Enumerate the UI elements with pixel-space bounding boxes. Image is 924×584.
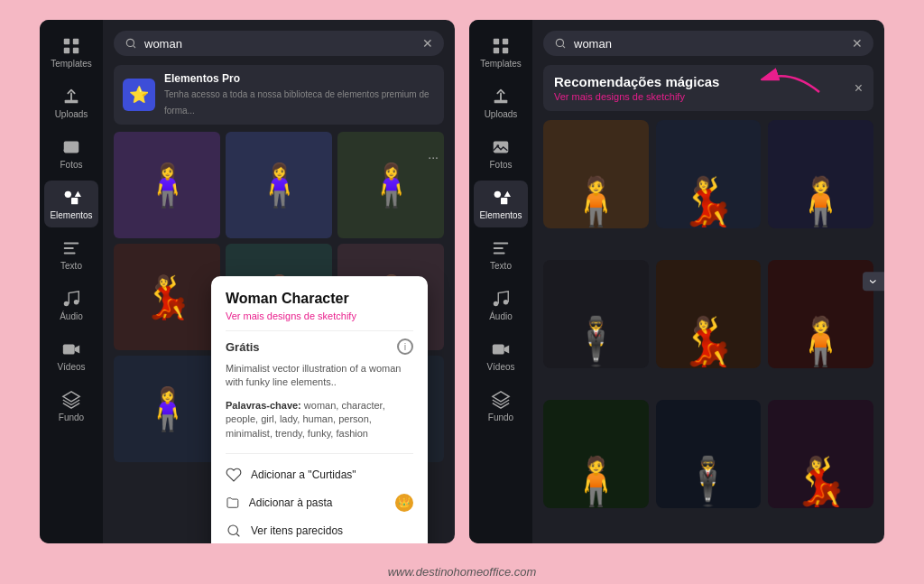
magic-box-header: Recomendações mágicas Ver mais designs d… — [554, 74, 863, 102]
popup-info-icon[interactable]: i — [397, 338, 413, 355]
sidebar-label-uploads: Uploads — [55, 109, 88, 119]
char-cell-3[interactable]: 🧍 — [768, 120, 873, 228]
elements-pro-text: Elementos Pro Tenha acesso a toda a noss… — [164, 72, 435, 117]
popup-action-curtidas-label: Adicionar a "Curtidas" — [251, 468, 356, 481]
more-options-icon[interactable]: ··· — [428, 150, 439, 164]
svg-rect-8 — [71, 198, 78, 204]
right-panel: Templates Uploads Fotos Elementos Texto … — [469, 20, 884, 543]
char-cell-6[interactable]: 🧍 — [768, 260, 873, 368]
sidebar-label-audio: Áudio — [60, 311, 83, 321]
grid-cell-2[interactable]: 🧍‍♀️ — [226, 132, 332, 238]
char-cell-2[interactable]: 💃 — [656, 120, 762, 228]
svg-point-11 — [74, 300, 79, 305]
sidebar-item-fotos[interactable]: Fotos — [44, 130, 98, 177]
sidebar-item-audio[interactable]: Áudio — [44, 282, 98, 329]
right-sidebar-item-texto[interactable]: Texto — [474, 231, 528, 278]
popup-divider-1 — [226, 330, 413, 331]
elements-pro-banner[interactable]: ⭐ Elementos Pro Tenha acesso a toda a no… — [114, 65, 444, 125]
music-icon — [61, 289, 81, 309]
search-icon — [125, 37, 137, 50]
svg-rect-23 — [501, 198, 507, 204]
magic-box-title: Recomendações mágicas — [554, 74, 719, 89]
crown-badge: 👑 — [395, 494, 413, 512]
svg-rect-3 — [73, 48, 79, 53]
grid-cell-1[interactable]: 🧍‍♀️ — [114, 132, 220, 238]
svg-marker-9 — [75, 191, 81, 197]
video-icon — [61, 339, 81, 359]
svg-marker-24 — [504, 191, 511, 197]
svg-rect-17 — [494, 48, 499, 53]
popup-action-curtidas[interactable]: Adicionar a "Curtidas" — [226, 461, 413, 488]
char-cell-1[interactable]: 🧍 — [543, 120, 649, 228]
svg-rect-5 — [64, 142, 79, 153]
svg-rect-0 — [64, 39, 69, 44]
grid-cell-3[interactable]: 🧍‍♀️ — [337, 132, 444, 238]
svg-point-14 — [228, 525, 238, 535]
left-search-bar[interactable]: ✕ — [114, 31, 444, 56]
sidebar-item-uploads[interactable]: Uploads — [44, 79, 98, 126]
grid-cell-4[interactable]: 💃 — [114, 244, 220, 350]
svg-rect-19 — [494, 100, 508, 104]
sidebar-item-elementos[interactable]: Elementos — [44, 181, 98, 227]
popup-gratis-label: Grátis — [226, 340, 260, 354]
right-search-bar[interactable]: ✕ — [543, 31, 873, 56]
popup-description: Minimalist vector illustration of a woma… — [226, 362, 413, 390]
main-container: Templates Uploads Fotos Elementos Texto … — [0, 5, 924, 558]
char-cell-7[interactable]: 🧍 — [543, 400, 649, 508]
svg-point-22 — [494, 191, 501, 198]
sidebar-item-texto[interactable]: Texto — [44, 231, 98, 278]
left-search-input[interactable] — [144, 37, 415, 51]
popup-action-pasta[interactable]: Adicionar à pasta 👑 — [226, 488, 413, 517]
magic-box: Recomendações mágicas Ver mais designs d… — [543, 65, 873, 111]
svg-rect-18 — [503, 48, 508, 53]
sidebar-item-templates[interactable]: Templates — [44, 29, 98, 76]
right-sidebar-item-fundo[interactable]: Fundo — [474, 383, 528, 430]
popup-keywords: Palavras-chave: woman, character, people… — [226, 399, 413, 440]
sidebar-item-videos[interactable]: Vídeos — [44, 332, 98, 379]
right-text-icon — [491, 238, 511, 258]
right-sidebar-item-audio[interactable]: Áudio — [474, 282, 528, 329]
right-sidebar-label-templates: Templates — [480, 59, 522, 69]
svg-rect-27 — [493, 345, 504, 355]
char-cell-5[interactable]: 💃 — [656, 260, 762, 368]
right-upload-icon — [491, 87, 511, 107]
char-cell-9[interactable]: 💃 — [768, 400, 873, 508]
char-cell-4[interactable]: 🕴 — [543, 260, 649, 368]
popup-subtitle[interactable]: Ver mais designs de sketchify — [226, 311, 413, 321]
magic-box-title-area: Recomendações mágicas Ver mais designs d… — [554, 74, 719, 102]
popup-badge: Grátis i — [226, 338, 413, 355]
popup-action-parecidos[interactable]: Ver itens parecidos — [226, 517, 413, 543]
sidebar-label-fotos: Fotos — [60, 160, 82, 170]
right-sidebar-label-audio: Áudio — [489, 311, 513, 321]
right-sidebar-item-templates[interactable]: Templates — [474, 29, 528, 76]
photo-icon — [61, 137, 81, 157]
right-sidebar-item-elementos[interactable]: Elementos — [474, 181, 528, 227]
svg-point-25 — [494, 301, 499, 307]
svg-rect-4 — [65, 100, 79, 104]
sidebar-item-fundo[interactable]: Fundo — [44, 383, 98, 430]
svg-rect-20 — [494, 142, 509, 153]
magic-box-subtitle[interactable]: Ver mais designs de sketchify — [554, 91, 719, 102]
right-sidebar-label-fotos: Fotos — [489, 160, 512, 170]
left-search-clear[interactable]: ✕ — [422, 36, 433, 51]
right-elements-icon — [491, 188, 511, 208]
grid-cell-7[interactable]: 🧍‍♀️ — [114, 356, 220, 462]
right-sidebar-label-uploads: Uploads — [485, 109, 518, 119]
magic-box-close[interactable]: × — [855, 80, 863, 97]
right-sidebar: Templates Uploads Fotos Elementos Texto … — [469, 20, 532, 543]
popup-action-pasta-label: Adicionar à pasta — [249, 496, 333, 509]
layers-icon — [61, 390, 81, 410]
right-sidebar-item-uploads[interactable]: Uploads — [474, 79, 528, 126]
expand-button[interactable]: › — [863, 272, 884, 291]
svg-rect-1 — [73, 39, 79, 44]
right-search-clear[interactable]: ✕ — [852, 36, 863, 51]
right-video-icon — [491, 339, 511, 359]
upload-icon — [61, 87, 81, 107]
elements-pro-icon: ⭐ — [123, 79, 155, 111]
right-sidebar-item-videos[interactable]: Vídeos — [474, 332, 528, 379]
right-sidebar-item-fotos[interactable]: Fotos — [474, 130, 528, 177]
right-search-input[interactable] — [574, 37, 845, 51]
svg-rect-16 — [503, 39, 508, 44]
popup: Woman Character Ver mais designs de sket… — [211, 276, 428, 543]
char-cell-8[interactable]: 🕴 — [656, 400, 762, 508]
